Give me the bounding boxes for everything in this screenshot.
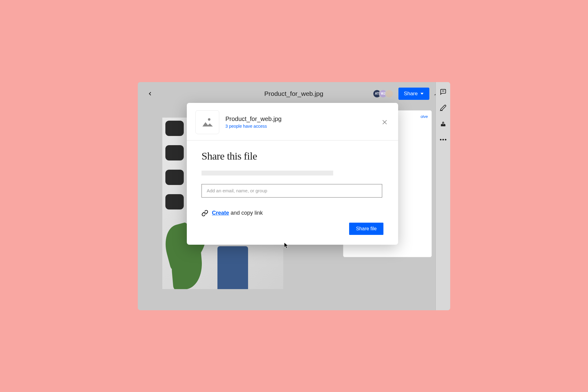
share-button-label: Share <box>404 91 418 97</box>
svg-marker-7 <box>202 122 213 126</box>
create-link-rest: and copy link <box>229 210 263 216</box>
image-icon <box>201 117 214 128</box>
link-icon <box>202 210 208 217</box>
create-link-row[interactable]: Create and copy link <box>202 210 383 217</box>
share-modal: Product_for_web.jpg 3 people have access… <box>187 103 398 245</box>
back-button[interactable] <box>146 90 154 97</box>
avatar <box>385 89 394 98</box>
comment-icon <box>440 89 447 95</box>
modal-file-info: Product_for_web.jpg 3 people have access <box>225 115 374 129</box>
svg-marker-0 <box>420 93 424 95</box>
modal-title: Share this file <box>202 150 383 162</box>
share-file-button[interactable]: Share file <box>349 223 383 235</box>
modal-access-link[interactable]: 3 people have access <box>225 124 374 129</box>
header-actions: AT WJ Share 3 <box>373 88 442 100</box>
placeholder-bar <box>202 171 333 175</box>
share-button[interactable]: Share <box>398 88 429 100</box>
modal-body: Share this file Create and copy link <box>187 141 398 226</box>
create-link-label: Create and copy link <box>212 210 263 216</box>
chevron-down-icon <box>420 92 424 96</box>
header: Product_for_web.jpg AT WJ Share 3 <box>138 82 450 105</box>
file-thumbnail <box>195 110 219 134</box>
share-recipient-input[interactable] <box>202 184 382 198</box>
chevron-left-icon <box>147 91 153 97</box>
create-link-word: Create <box>212 210 229 216</box>
svg-point-6 <box>208 118 210 121</box>
close-icon <box>381 119 388 126</box>
comments-button[interactable] <box>439 88 447 96</box>
modal-header: Product_for_web.jpg 3 people have access <box>187 103 398 141</box>
page-title: Product_for_web.jpg <box>220 90 368 97</box>
modal-file-name: Product_for_web.jpg <box>225 115 374 123</box>
file-preview-window: Product_for_web.jpg AT WJ Share 3 <box>138 82 450 310</box>
modal-footer: Share file <box>187 223 398 245</box>
close-button[interactable] <box>380 117 390 127</box>
avatar-stack[interactable]: AT WJ <box>373 89 394 98</box>
